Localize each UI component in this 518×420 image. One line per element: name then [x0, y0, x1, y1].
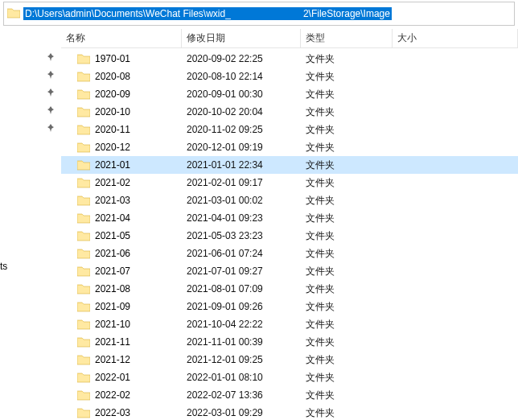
folder-name: 2022-02 — [95, 389, 130, 401]
table-row[interactable]: 2021-122021-12-01 09:25文件夹 — [61, 351, 518, 369]
folder-icon — [77, 212, 90, 224]
folder-icon — [77, 372, 90, 383]
folder-name: 2021-07 — [95, 266, 130, 277]
table-row[interactable]: 1970-012020-09-02 22:25文件夹 — [61, 50, 518, 68]
cell-type: 文件夹 — [301, 212, 393, 225]
cell-date: 2021-03-01 00:02 — [182, 195, 301, 206]
folder-icon — [77, 106, 90, 117]
folder-name: 2020-09 — [95, 89, 130, 100]
table-row[interactable]: 2021-052021-05-03 23:23文件夹 — [61, 227, 518, 245]
cell-name: 2021-01 — [61, 159, 182, 171]
table-row[interactable]: 2021-042021-04-01 09:23文件夹 — [61, 209, 518, 227]
folder-name: 2021-06 — [95, 248, 130, 259]
column-header-date[interactable]: 修改日期 — [182, 29, 301, 47]
folder-name: 2021-08 — [95, 283, 130, 294]
cell-date: 2020-10-02 20:04 — [182, 106, 301, 117]
folder-icon — [77, 195, 90, 206]
folder-icon — [77, 266, 90, 277]
folder-name: 2021-04 — [95, 212, 130, 224]
cell-type: 文件夹 — [301, 88, 393, 101]
folder-icon — [77, 53, 90, 64]
cell-name: 2021-12 — [61, 354, 182, 365]
pin-icon[interactable] — [47, 53, 55, 63]
cell-date: 2021-10-04 22:22 — [182, 319, 301, 330]
cell-date: 2021-05-03 23:23 — [182, 230, 301, 241]
cell-type: 文件夹 — [301, 70, 393, 84]
folder-icon — [77, 389, 90, 401]
folder-name: 2020-12 — [95, 142, 130, 153]
pin-icon[interactable] — [47, 124, 55, 134]
folder-icon — [7, 7, 20, 20]
folder-icon — [77, 319, 90, 330]
pin-icon[interactable] — [47, 71, 55, 80]
cell-type: 文件夹 — [301, 300, 393, 314]
cell-date: 2021-11-01 00:39 — [182, 336, 301, 348]
folder-icon — [77, 230, 90, 241]
table-row[interactable]: 2020-102020-10-02 20:04文件夹 — [61, 103, 518, 121]
cell-name: 2021-04 — [61, 212, 182, 224]
table-row[interactable]: 2022-032022-03-01 09:29文件夹 — [61, 404, 518, 420]
table-row[interactable]: 2021-092021-09-01 09:26文件夹 — [61, 298, 518, 315]
cell-name: 2021-06 — [61, 248, 182, 259]
table-row[interactable]: 2021-082021-08-01 07:09文件夹 — [61, 280, 518, 298]
cell-date: 2021-04-01 09:23 — [182, 212, 301, 224]
cell-type: 文件夹 — [301, 176, 393, 190]
folder-icon — [77, 177, 90, 188]
cell-name: 2021-07 — [61, 266, 182, 277]
content-area: ts 名称 修改日期 类型 大小 1970-012020-09-02 22:25… — [0, 29, 518, 420]
cell-name: 2020-10 — [61, 106, 182, 117]
folder-icon — [77, 354, 90, 365]
table-row[interactable]: 2021-062021-06-01 07:24文件夹 — [61, 245, 518, 262]
column-header-type[interactable]: 类型 — [301, 29, 393, 47]
folder-icon — [77, 71, 90, 82]
column-header-name[interactable]: 名称 — [61, 29, 182, 47]
table-row[interactable]: 2021-072021-07-01 09:27文件夹 — [61, 262, 518, 280]
folder-name: 2021-10 — [95, 319, 130, 330]
cell-name: 2021-09 — [61, 301, 182, 312]
column-headers: 名称 修改日期 类型 大小 — [61, 29, 518, 48]
cell-type: 文件夹 — [301, 406, 393, 420]
folder-name: 2022-01 — [95, 372, 130, 383]
folder-name: 2020-10 — [95, 106, 130, 117]
folder-name: 2021-01 — [95, 159, 130, 171]
cell-type: 文件夹 — [301, 353, 393, 367]
cell-name: 2020-11 — [61, 124, 182, 135]
cell-name: 2022-02 — [61, 389, 182, 401]
cell-date: 2020-11-02 09:25 — [182, 124, 301, 135]
folder-name: 2022-03 — [95, 407, 130, 418]
cell-name: 2020-12 — [61, 142, 182, 153]
column-header-size[interactable]: 大小 — [393, 29, 518, 47]
cell-name: 2020-09 — [61, 89, 182, 100]
folder-name: 1970-01 — [95, 53, 130, 64]
folder-icon — [77, 301, 90, 312]
cell-date: 2021-12-01 09:25 — [182, 354, 301, 365]
table-row[interactable]: 2021-102021-10-04 22:22文件夹 — [61, 315, 518, 333]
cell-name: 2021-08 — [61, 283, 182, 294]
cell-type: 文件夹 — [301, 282, 393, 296]
table-row[interactable]: 2022-022022-02-07 13:36文件夹 — [61, 386, 518, 404]
table-row[interactable]: 2021-012021-01-01 22:34文件夹 — [61, 156, 518, 174]
cell-name: 2021-11 — [61, 336, 182, 348]
cell-type: 文件夹 — [301, 229, 393, 243]
table-row[interactable]: 2021-032021-03-01 00:02文件夹 — [61, 191, 518, 209]
cell-type: 文件夹 — [301, 52, 393, 66]
cell-date: 2021-01-01 22:34 — [182, 159, 301, 171]
table-row[interactable]: 2020-082020-08-10 22:14文件夹 — [61, 68, 518, 85]
table-row[interactable]: 2020-112020-11-02 09:25文件夹 — [61, 121, 518, 138]
table-row[interactable]: 2020-092020-09-01 00:30文件夹 — [61, 85, 518, 103]
cell-name: 2022-01 — [61, 372, 182, 383]
pin-icon[interactable] — [47, 89, 55, 98]
folder-icon — [77, 124, 90, 135]
table-row[interactable]: 2021-022021-02-01 09:17文件夹 — [61, 174, 518, 191]
table-row[interactable]: 2020-122020-12-01 09:19文件夹 — [61, 138, 518, 156]
left-cut-label: ts — [0, 261, 7, 272]
address-bar[interactable]: D:\Users\admin\Documents\WeChat Files\wx… — [3, 2, 515, 26]
cell-type: 文件夹 — [301, 141, 393, 154]
table-row[interactable]: 2022-012022-01-01 08:10文件夹 — [61, 369, 518, 386]
cell-date: 2020-12-01 09:19 — [182, 142, 301, 153]
pin-icon[interactable] — [47, 106, 55, 116]
cell-type: 文件夹 — [301, 389, 393, 402]
table-row[interactable]: 2021-112021-11-01 00:39文件夹 — [61, 333, 518, 351]
cell-name: 2020-08 — [61, 71, 182, 82]
cell-date: 2020-09-01 00:30 — [182, 89, 301, 100]
